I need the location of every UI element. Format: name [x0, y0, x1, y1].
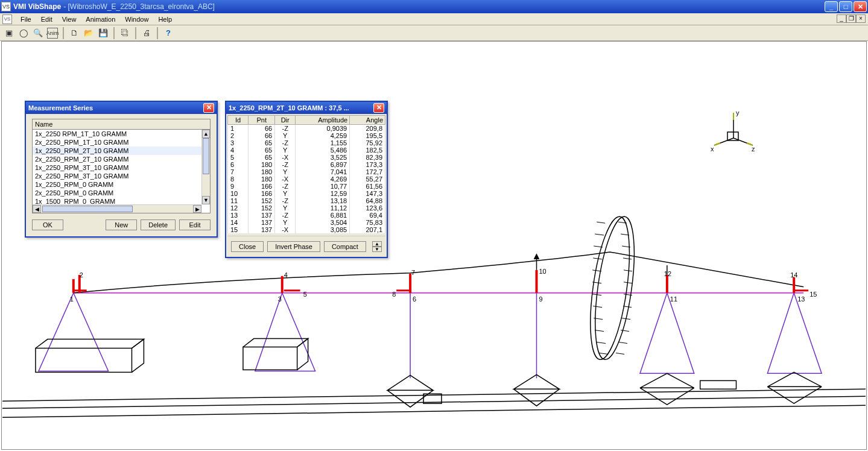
axis-y-label: y	[736, 109, 740, 116]
minimize-button[interactable]: _	[825, 1, 838, 12]
edit-button[interactable]: Edit	[179, 219, 211, 230]
table-row[interactable]: 11152-Z13,1864,88	[228, 197, 385, 204]
column-header[interactable]: Id	[228, 116, 249, 125]
svg-line-32	[619, 342, 627, 344]
spin-up-button[interactable]: ▲	[372, 241, 382, 247]
table-row[interactable]: 266Y4,259195,5	[228, 132, 385, 139]
svg-rect-5	[243, 347, 297, 370]
row-spinner[interactable]: ▲ ▼	[372, 241, 382, 252]
measurement-series-window[interactable]: Measurement Series ✕ Name 1x_2250 RPM_1T…	[25, 101, 218, 238]
svg-text:7: 7	[411, 269, 415, 276]
hscroll-thumb[interactable]	[42, 206, 133, 212]
data-table-window[interactable]: 1x_2250_RPM_2T_10 GRAMM : 37,5 ... ✕ IdP…	[225, 101, 388, 258]
table-row[interactable]: 10166Y12,59147,3	[228, 190, 385, 197]
measurement-item[interactable]: 2x_2250_RPM_1T_10 GRAMM	[33, 138, 201, 147]
svg-line-33	[616, 353, 624, 354]
menu-help[interactable]: Help	[153, 14, 177, 24]
svg-line-29	[623, 306, 632, 308]
table-row[interactable]: 15137-X3,085207,1	[228, 226, 385, 233]
zoom-icon[interactable]: 🔍	[33, 28, 43, 39]
anim-icon[interactable]: Anim	[47, 28, 58, 39]
menu-window[interactable]: Window	[120, 14, 153, 24]
scroll-up-button[interactable]: ▲	[202, 130, 210, 138]
svg-text:2: 2	[80, 271, 83, 279]
separator	[113, 27, 115, 39]
cube-icon[interactable]: ▣	[4, 28, 14, 39]
table-row[interactable]: 8180-X4,26955,27	[228, 175, 385, 183]
table-row[interactable]: 465Y5,486182,5	[228, 147, 385, 154]
titlebar: VS VMI VibShape - [WibroshoW_E_2250_3tar…	[0, 0, 868, 13]
table-row[interactable]: 7180Y7,041172,7	[228, 168, 385, 175]
ok-button[interactable]: OK	[32, 219, 63, 230]
measurement-item[interactable]: 1x_2250_RPM_3T_10 GRAMM	[33, 163, 201, 172]
save-icon[interactable]: 💾	[98, 28, 109, 39]
table-row[interactable]: 9166-Z10,7761,56	[228, 183, 385, 190]
menu-file[interactable]: File	[16, 14, 36, 24]
open-icon[interactable]: 📂	[83, 28, 94, 39]
svg-text:5: 5	[303, 291, 307, 298]
invert-phase-button[interactable]: Invert Phase	[267, 241, 320, 252]
mdi-icon: VS	[2, 14, 12, 24]
column-header[interactable]: Pnt	[249, 116, 275, 125]
axis-indicator: y x z	[709, 108, 758, 156]
measurement-item[interactable]: 1x_2250 RPM_1T_10 GRAMM	[33, 130, 201, 138]
amplitude-table[interactable]: IdPntDirAmplitudeAngle 166-Z0,9039209,82…	[227, 115, 385, 233]
data-table-close-button[interactable]: ✕	[373, 103, 384, 113]
measurement-item[interactable]: 2x_2250_RPM_2T_10 GRAMM	[33, 155, 201, 163]
close-button[interactable]: Close	[231, 241, 264, 252]
copy-icon[interactable]: ⿻	[119, 28, 130, 39]
mdi-close-button[interactable]: ×	[856, 14, 866, 23]
scroll-thumb[interactable]	[203, 138, 209, 174]
table-row[interactable]: 565-X3,52582,39	[228, 154, 385, 161]
svg-line-1	[2, 405, 866, 417]
compact-button[interactable]: Compact	[324, 241, 366, 252]
mdi-restore-button[interactable]: ❐	[846, 14, 856, 23]
data-table-title[interactable]: 1x_2250_RPM_2T_10 GRAMM : 37,5 ... ✕	[226, 102, 387, 114]
scroll-right-button[interactable]: ▶	[193, 205, 201, 213]
app-title: VMI VibShape	[13, 2, 61, 11]
circle-icon[interactable]: ◯	[18, 28, 29, 39]
spin-down-button[interactable]: ▼	[372, 247, 382, 252]
measurement-item[interactable]: 2x_2250_RPM_0 GRAMM	[33, 189, 201, 197]
name-column-header[interactable]: Name	[32, 119, 211, 129]
column-header[interactable]: Angle	[350, 116, 385, 125]
table-row[interactable]: 365-Z1,15575,92	[228, 139, 385, 147]
svg-line-67	[714, 143, 720, 145]
scroll-left-button[interactable]: ◀	[33, 205, 41, 213]
separator	[135, 27, 136, 39]
mdi-minimize-button[interactable]: _	[837, 14, 846, 23]
measurement-item[interactable]: 2x_2250_RPM_3T_10 GRAMM	[33, 172, 201, 180]
svg-line-19	[595, 330, 604, 332]
svg-text:10: 10	[539, 268, 546, 275]
horizontal-scrollbar[interactable]: ◀ ▶	[33, 204, 201, 213]
column-header[interactable]: Amplitude	[296, 116, 350, 125]
vertical-scrollbar[interactable]: ▲ ▼	[201, 130, 210, 204]
measurement-item[interactable]: 1x_2250_RPM_0 GRAMM	[33, 180, 201, 189]
canvas-3d-view[interactable]: 12 345 678 910 1112 131415 y x z	[1, 41, 867, 450]
column-header[interactable]: Dir	[275, 116, 296, 125]
new-button[interactable]: New	[106, 219, 137, 230]
table-row[interactable]: 12152Y11,12123,6	[228, 204, 385, 212]
help-icon[interactable]: ?	[163, 28, 174, 39]
menu-animation[interactable]: Animation	[81, 14, 120, 24]
measurement-item[interactable]: 1x_2250_RPM_2T_10 GRAMM	[33, 147, 201, 155]
menu-edit[interactable]: Edit	[36, 14, 57, 24]
maximize-button[interactable]: □	[839, 1, 852, 12]
print-icon[interactable]: 🖨	[141, 28, 152, 39]
table-row[interactable]: 166-Z0,9039209,8	[228, 125, 385, 133]
delete-button[interactable]: Delete	[141, 219, 176, 230]
table-row[interactable]: 6180-Z6,897173,3	[228, 161, 385, 168]
scroll-down-button[interactable]: ▼	[202, 196, 210, 204]
svg-rect-7	[700, 380, 737, 389]
measurement-series-close-button[interactable]: ✕	[203, 103, 214, 113]
svg-line-25	[623, 258, 632, 259]
svg-text:12: 12	[664, 270, 671, 277]
close-button[interactable]: ✕	[854, 1, 867, 12]
new-icon[interactable]: 🗋	[69, 28, 80, 39]
measurement-list[interactable]: 1x_2250 RPM_1T_10 GRAMM2x_2250_RPM_1T_10…	[32, 129, 211, 213]
table-row[interactable]: 14137Y3,50475,83	[228, 219, 385, 226]
measurement-series-title[interactable]: Measurement Series ✕	[26, 102, 217, 114]
svg-line-26	[624, 270, 632, 271]
table-row[interactable]: 13137-Z6,88169,4	[228, 212, 385, 219]
menu-view[interactable]: View	[57, 14, 81, 24]
